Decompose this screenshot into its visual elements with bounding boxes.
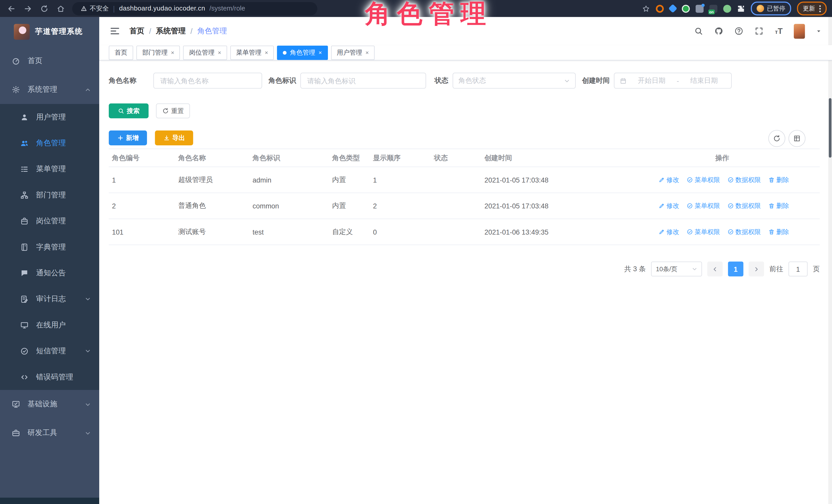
fullscreen-icon[interactable] — [755, 26, 764, 35]
extension-green-icon[interactable] — [681, 5, 690, 12]
date-range-picker[interactable]: 开始日期 - 结束日期 — [614, 73, 731, 89]
sidebar-item-errorcode-management[interactable]: 错误码管理 — [0, 364, 99, 390]
sidebar: 芋道管理系统 首页 系统管理 用户管理 角色管理 菜单管理 — [0, 17, 99, 504]
sidebar-toggle-icon[interactable] — [110, 26, 120, 36]
data-permission-link[interactable]: 数据权限 — [727, 228, 761, 236]
goto-label: 前往 — [770, 264, 783, 274]
reload-icon[interactable] — [40, 5, 48, 12]
extension-badges-icon[interactable] — [695, 5, 703, 12]
sidebar-item-notice[interactable]: 通知公告 — [0, 260, 99, 286]
profile-chip[interactable]: 已暂停 — [751, 2, 791, 16]
data-permission-link[interactable]: 数据权限 — [727, 201, 761, 210]
tab-dept-management[interactable]: 部门管理 × — [136, 45, 180, 60]
tab-role-management[interactable]: 角色管理 × — [277, 45, 328, 60]
delete-link[interactable]: 删除 — [769, 228, 789, 236]
scrollbar-thumb[interactable] — [829, 98, 831, 158]
page-number-1[interactable]: 1 — [728, 262, 743, 276]
tab-user-management[interactable]: 用户管理 × — [331, 45, 375, 60]
sidebar-item-label: 通知公告 — [36, 268, 66, 277]
sidebar-item-label: 字典管理 — [36, 242, 66, 252]
role-name-input[interactable] — [153, 73, 262, 89]
goto-page-input[interactable] — [788, 262, 808, 276]
sidebar-item-infrastructure[interactable]: 基础设施 — [0, 390, 99, 419]
edit-link[interactable]: 修改 — [658, 175, 679, 184]
tab-post-management[interactable]: 岗位管理 × — [183, 45, 227, 60]
menu-permission-link[interactable]: 菜单权限 — [686, 175, 720, 184]
app-logo[interactable]: 芋道管理系统 — [0, 17, 99, 47]
sidebar-item-sms-management[interactable]: 短信管理 — [0, 338, 99, 364]
sidebar-item-label: 用户管理 — [36, 112, 66, 122]
sidebar-item-role-management[interactable]: 角色管理 — [0, 130, 99, 156]
extension-dark-icon[interactable]: on — [709, 5, 717, 12]
sidebar-item-dept-management[interactable]: 部门管理 — [0, 182, 99, 208]
breadcrumb-item-home[interactable]: 首页 — [129, 26, 144, 36]
sidebar-item-system-management[interactable]: 系统管理 — [0, 75, 99, 104]
update-button[interactable]: 更新 — [797, 2, 827, 16]
sidebar-item-menu-management[interactable]: 菜单管理 — [0, 156, 99, 182]
font-size-icon[interactable]: тT — [775, 26, 782, 35]
back-icon[interactable] — [7, 5, 16, 12]
search-button[interactable]: 搜索 — [109, 104, 149, 118]
address-bar[interactable]: 不安全 | dashboard.yudao.iocoder.cn/system/… — [72, 2, 317, 15]
active-dot — [283, 51, 287, 54]
user-avatar[interactable] — [794, 24, 805, 38]
browser-menu-icon[interactable] — [819, 5, 821, 12]
refresh-table-button[interactable] — [769, 130, 785, 147]
column-settings-button[interactable] — [788, 130, 805, 147]
prev-page-button[interactable] — [707, 262, 723, 276]
next-page-button[interactable] — [749, 262, 764, 276]
start-date-placeholder[interactable]: 开始日期 — [630, 76, 673, 85]
delete-link[interactable]: 删除 — [769, 201, 789, 210]
col-header-status: 状态 — [431, 153, 481, 162]
annotation-title: 角色管理 — [365, 0, 493, 28]
close-icon[interactable]: × — [365, 50, 369, 55]
data-permission-link[interactable]: 数据权限 — [727, 175, 761, 184]
close-icon[interactable]: × — [218, 50, 221, 55]
menu-permission-link[interactable]: 菜单权限 — [686, 201, 720, 210]
check-circle-icon — [686, 229, 693, 235]
status-select[interactable]: 角色状态 — [452, 73, 576, 89]
sidebar-item-online-users[interactable]: 在线用户 — [0, 312, 99, 338]
chevron-down-icon — [85, 296, 91, 302]
extensions-puzzle-icon[interactable] — [737, 5, 745, 12]
tab-menu-management[interactable]: 菜单管理 × — [230, 45, 274, 60]
reset-button[interactable]: 重置 — [156, 104, 190, 118]
caret-down-icon[interactable] — [816, 28, 822, 34]
sidebar-item-dev-tools[interactable]: 研发工具 — [0, 419, 99, 447]
security-warning[interactable]: 不安全 — [81, 4, 109, 13]
close-icon[interactable]: × — [318, 50, 322, 55]
sidebar-item-home[interactable]: 首页 — [0, 47, 99, 75]
end-date-placeholder[interactable]: 结束日期 — [682, 76, 726, 85]
search-icon[interactable] — [694, 26, 703, 35]
bookmark-star-icon[interactable] — [642, 5, 650, 12]
tab-label: 菜单管理 — [236, 48, 262, 57]
sidebar-item-user-management[interactable]: 用户管理 — [0, 104, 99, 130]
extension-monkey-icon[interactable] — [723, 5, 731, 12]
gear-icon — [12, 85, 20, 94]
add-button[interactable]: 新增 — [109, 131, 147, 145]
extension-blue-icon[interactable] — [668, 4, 677, 13]
delete-link[interactable]: 删除 — [769, 175, 789, 184]
edit-link[interactable]: 修改 — [658, 228, 679, 236]
github-icon[interactable] — [714, 26, 723, 35]
menu-permission-link[interactable]: 菜单权限 — [686, 228, 720, 236]
forward-icon[interactable] — [24, 5, 32, 12]
tab-label: 用户管理 — [337, 48, 362, 57]
sidebar-item-post-management[interactable]: 岗位管理 — [0, 208, 99, 234]
close-icon[interactable]: × — [265, 50, 268, 55]
extension-orange-icon[interactable] — [656, 5, 664, 12]
sidebar-item-audit-log[interactable]: 审计日志 — [0, 286, 99, 312]
home-icon[interactable] — [57, 5, 64, 12]
breadcrumb-item-system[interactable]: 系统管理 — [156, 26, 186, 36]
scrollbar-track[interactable] — [828, 17, 832, 504]
role-key-input[interactable] — [300, 73, 426, 89]
tab-home[interactable]: 首页 — [109, 45, 133, 60]
close-icon[interactable]: × — [171, 50, 174, 55]
sidebar-item-dict-management[interactable]: 字典管理 — [0, 234, 99, 260]
export-button[interactable]: 导出 — [155, 131, 193, 145]
cell-actions: 修改 菜单权限 数据权限 删除 — [625, 175, 820, 184]
cell-role-sort: 0 — [370, 228, 431, 236]
edit-link[interactable]: 修改 — [658, 201, 679, 210]
help-icon[interactable] — [734, 26, 744, 35]
page-size-select[interactable]: 10条/页 — [651, 262, 702, 276]
